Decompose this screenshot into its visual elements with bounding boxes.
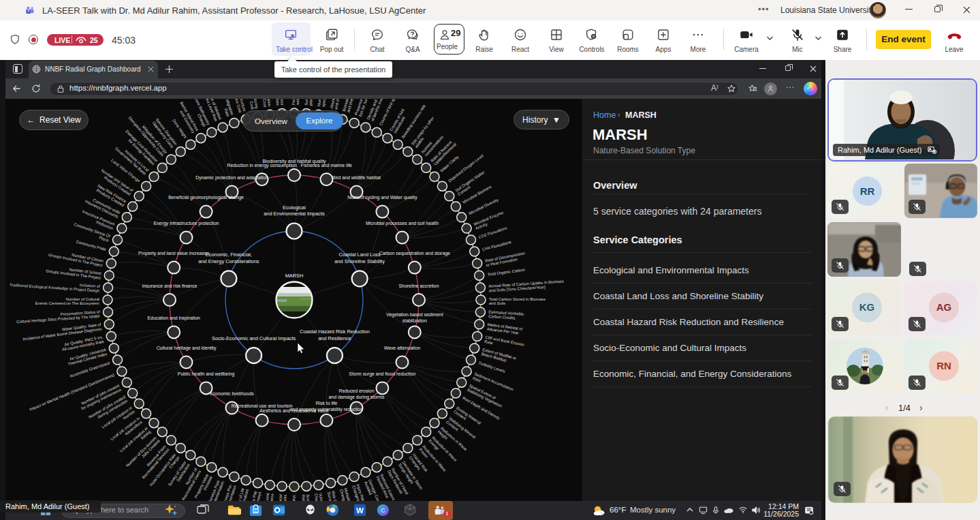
svg-text:Scenic QualityRatings: Scenic QualityRatings [301, 494, 311, 501]
svg-text:Quality of LifeIndices: Quality of LifeIndices [235, 487, 250, 501]
svg-text:Wave attenuation: Wave attenuation [384, 346, 421, 350]
svg-text:Injury RateChanges: Injury RateChanges [351, 483, 366, 501]
svg-text:Risk PerceptionSurveys: Risk PerceptionSurveys [327, 491, 341, 501]
svg-text:and Shoreline Stability: and Shoreline Stability [334, 258, 385, 264]
svg-text:Nutrient cycling and Water qua: Nutrient cycling and Water quality [347, 195, 417, 200]
svg-text:Risk to life: Risk to life [316, 401, 338, 406]
svg-text:Inclusion ofTraditional Ecolog: Inclusion ofTraditional Ecological Knowl… [10, 278, 101, 292]
svg-text:RestorationCost: RestorationCost [261, 99, 272, 108]
svg-text:Microbial Diversity: Microbial Diversity [468, 198, 499, 216]
svg-text:Survival rate ofplanted vegeta: Survival rate ofplanted vegetation [304, 99, 315, 106]
svg-text:Visitor Counts: Visitor Counts [292, 495, 296, 501]
svg-text:Coastal Land Loss: Coastal Land Loss [338, 251, 381, 258]
svg-text:Photo-based SocialMedia Analys: Photo-based SocialMedia Analysis [276, 494, 287, 501]
svg-text:Beneficial geomorphological ch: Beneficial geomorphological change [168, 195, 244, 200]
svg-text:T: T [27, 10, 29, 13]
svg-text:Planting SuccessRate: Planting SuccessRate [274, 99, 285, 106]
svg-text:Number of CulturalEvents Cente: Number of CulturalEvents Centered on The… [35, 297, 99, 306]
svg-text:and Environmental Impacts: and Environmental Impacts [264, 211, 325, 217]
svg-text:Total Organic Carbon: Total Organic Carbon [487, 268, 525, 277]
svg-text:Estimated VerifiableCarbon Cre: Estimated VerifiableCarbon Credits [488, 309, 525, 320]
svg-text:Reduction in energy consumptio: Reduction in energy consumption [227, 163, 296, 168]
svg-text:Property and land value increa: Property and land value increases [138, 251, 210, 256]
svg-text:CH4 Fluxuations: CH4 Fluxuations [482, 240, 512, 251]
svg-text:Number ofspecies: Number ofspecies [317, 99, 328, 107]
svg-text:Economic livelihoods: Economic livelihoods [210, 391, 254, 396]
svg-text:Community Pride: Community Pride [76, 240, 107, 252]
svg-text:and Energy Considerations: and Energy Considerations [198, 258, 259, 264]
svg-text:and damage during storms: and damage during storms [329, 395, 385, 400]
svg-text:Aesthetics and recreational va: Aesthetics and recreational value [259, 408, 329, 413]
svg-text:Cultural heritage and identity: Cultural heritage and identity [157, 346, 217, 351]
svg-text:Dynamic protection and adaptat: Dynamic protection and adaptation [195, 175, 268, 181]
svg-text:Carbon sequestration and stora: Carbon sequestration and storage [379, 251, 450, 256]
svg-text:C: C [381, 507, 385, 514]
svg-text:Rate of Decompositionor Peat F: Rate of Decompositionor Peat Formation [485, 251, 526, 267]
svg-text:Mortality RateChanges: Mortality RateChanges [339, 487, 354, 501]
svg-text:stabilization: stabilization [402, 318, 427, 323]
svg-text:Public health and wellbeing: Public health and wellbeing [178, 371, 235, 377]
svg-text:Ecological: Ecological [283, 204, 306, 211]
svg-text:W: W [356, 506, 364, 515]
svg-text:Energy infrastructure protecti: Energy infrastructure protection [153, 221, 219, 226]
svg-text:MonitoringCost: MonitoringCost [247, 99, 259, 110]
svg-text:Percent cover ofnative vegetat: Percent cover ofnative vegetation [291, 99, 300, 105]
svg-text:Reduced erosion: Reduced erosion [338, 388, 374, 393]
svg-text:Meters of Retreat orAdvance Pe: Meters of Retreat orAdvance Per Year [487, 322, 524, 335]
svg-text:Fisheries and marine life: Fisheries and marine life [301, 163, 352, 168]
svg-text:Stabilizing MineralContent: Stabilizing MineralContent [445, 416, 477, 443]
svg-text:MARSH: MARSH [285, 273, 304, 279]
svg-text:Economic, Financial,: Economic, Financial, [206, 251, 252, 258]
svg-text:and Resilience: and Resilience [318, 335, 351, 341]
svg-text:Education and inspiration: Education and inspiration [148, 316, 201, 321]
svg-text:Number of CitizenGroups Involv: Number of CitizenGroups Involved in The … [48, 248, 104, 267]
svg-text:Coastal Hazard Risk Reduction: Coastal Hazard Risk Reduction [300, 328, 370, 335]
svg-text:Insurance and risk finance: Insurance and risk finance [142, 284, 197, 288]
svg-text:Community EventAttendance: Community EventAttendance [262, 492, 274, 501]
svg-text:Microbial processes and soil h: Microbial processes and soil health [366, 221, 439, 226]
svg-text:Shoreline accretion: Shoreline accretion [399, 284, 439, 288]
svg-text:Storm surge and flood reductio: Storm surge and flood reduction [349, 371, 415, 377]
svg-text:Vulnerability IndexChanges: Vulnerability IndexChanges [314, 493, 327, 501]
svg-text:Annual Rate of Carbon Uptake i: Annual Rate of Carbon Uptake in Biomassa… [488, 279, 564, 293]
svg-text:Vegetation-based sediment: Vegetation-based sediment [386, 312, 443, 318]
svg-text:Extent of Mudflat orBeach Buil: Extent of Mudflat orBeach Buildup [481, 348, 517, 365]
svg-text:Turbidity Levels: Turbidity Levels [478, 361, 506, 373]
svg-text:Bird and wildlife habitat: Bird and wildlife habitat [332, 175, 381, 180]
svg-text:Total Carbon Stored in Biomass: Total Carbon Stored in Biomassand Soils [489, 297, 546, 306]
svg-text:Recreational use and tourism: Recreational use and tourism [232, 403, 293, 408]
svg-text:Preservation Status ofCultural: Preservation Status ofCultural Heritage … [16, 309, 101, 324]
svg-text:Willingness to PaySurveys: Willingness to PaySurveys [247, 491, 262, 501]
svg-text:Number of SchoolGroups Involve: Number of SchoolGroups Involved in The P… [46, 264, 101, 280]
svg-text:Socio-Economic and Cultural Im: Socio-Economic and Cultural Impacts [212, 335, 296, 341]
